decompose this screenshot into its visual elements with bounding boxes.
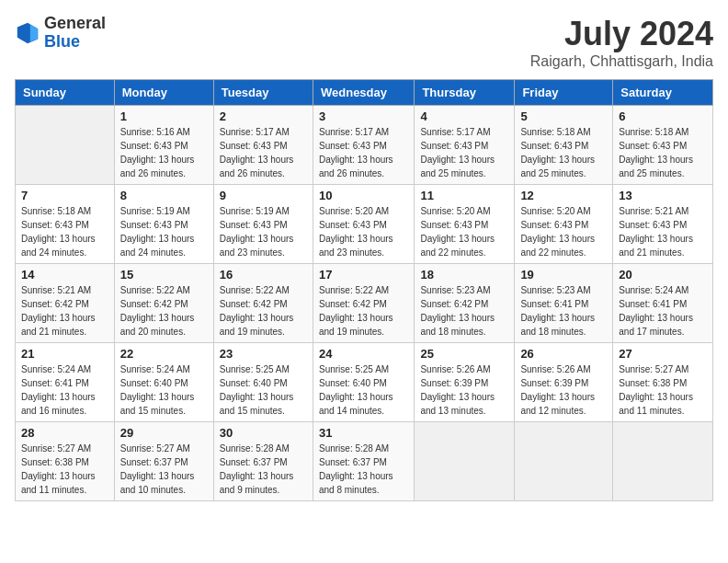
day-number: 6	[619, 109, 707, 123]
day-number: 30	[220, 426, 307, 440]
logo: General Blue	[15, 15, 106, 52]
day-number: 5	[520, 109, 607, 123]
day-number: 28	[21, 426, 108, 440]
day-number: 4	[420, 109, 508, 123]
column-header-tuesday: Tuesday	[213, 80, 313, 106]
logo-icon	[15, 20, 40, 46]
calendar-cell	[613, 422, 713, 501]
day-info: Sunrise: 5:22 AM Sunset: 6:42 PM Dayligh…	[220, 283, 307, 339]
calendar-cell: 23 Sunrise: 5:25 AM Sunset: 6:40 PM Dayl…	[213, 343, 313, 422]
day-number: 9	[220, 189, 307, 202]
calendar-cell: 15 Sunrise: 5:22 AM Sunset: 6:42 PM Dayl…	[114, 264, 213, 343]
day-info: Sunrise: 5:18 AM Sunset: 6:43 PM Dayligh…	[21, 204, 108, 259]
day-number: 20	[619, 268, 707, 282]
calendar-cell	[415, 422, 515, 501]
column-header-saturday: Saturday	[613, 80, 713, 106]
calendar-cell: 26 Sunrise: 5:26 AM Sunset: 6:39 PM Dayl…	[515, 343, 613, 422]
day-info: Sunrise: 5:22 AM Sunset: 6:42 PM Dayligh…	[120, 283, 208, 339]
column-header-thursday: Thursday	[415, 80, 515, 106]
day-number: 11	[420, 189, 508, 202]
svg-marker-1	[30, 24, 38, 41]
location-subtitle: Raigarh, Chhattisgarh, India	[530, 53, 713, 70]
calendar-cell: 13 Sunrise: 5:21 AM Sunset: 6:43 PM Dayl…	[613, 185, 713, 264]
day-info: Sunrise: 5:17 AM Sunset: 6:43 PM Dayligh…	[319, 125, 408, 180]
calendar-cell: 30 Sunrise: 5:28 AM Sunset: 6:37 PM Dayl…	[213, 422, 313, 501]
calendar-cell: 21 Sunrise: 5:24 AM Sunset: 6:41 PM Dayl…	[16, 343, 115, 422]
calendar-cell: 6 Sunrise: 5:18 AM Sunset: 6:43 PM Dayli…	[613, 106, 713, 185]
calendar-cell: 1 Sunrise: 5:16 AM Sunset: 6:43 PM Dayli…	[114, 106, 213, 185]
calendar-cell: 2 Sunrise: 5:17 AM Sunset: 6:43 PM Dayli…	[213, 106, 313, 185]
day-number: 22	[120, 347, 208, 361]
day-number: 27	[619, 347, 707, 361]
day-number: 14	[21, 268, 108, 282]
day-info: Sunrise: 5:19 AM Sunset: 6:43 PM Dayligh…	[120, 204, 208, 259]
calendar-cell: 12 Sunrise: 5:20 AM Sunset: 6:43 PM Dayl…	[515, 185, 613, 264]
day-info: Sunrise: 5:23 AM Sunset: 6:42 PM Dayligh…	[420, 283, 508, 339]
month-year-title: July 2024	[530, 15, 713, 53]
day-number: 21	[21, 347, 108, 361]
day-info: Sunrise: 5:20 AM Sunset: 6:43 PM Dayligh…	[520, 204, 607, 259]
calendar-cell: 14 Sunrise: 5:21 AM Sunset: 6:42 PM Dayl…	[16, 264, 115, 343]
day-number: 31	[319, 426, 408, 440]
calendar-cell: 18 Sunrise: 5:23 AM Sunset: 6:42 PM Dayl…	[415, 264, 515, 343]
column-header-monday: Monday	[114, 80, 213, 106]
day-number: 2	[220, 109, 307, 123]
calendar-cell: 10 Sunrise: 5:20 AM Sunset: 6:43 PM Dayl…	[313, 185, 414, 264]
logo-blue: Blue	[44, 33, 106, 52]
day-number: 1	[120, 109, 208, 123]
calendar-cell	[16, 106, 115, 185]
calendar-cell: 17 Sunrise: 5:22 AM Sunset: 6:42 PM Dayl…	[313, 264, 414, 343]
day-number: 19	[520, 268, 607, 282]
day-info: Sunrise: 5:28 AM Sunset: 6:37 PM Dayligh…	[319, 442, 408, 497]
calendar-table: SundayMondayTuesdayWednesdayThursdayFrid…	[15, 79, 713, 501]
page-header: General Blue July 2024 Raigarh, Chhattis…	[15, 15, 713, 70]
calendar-cell: 16 Sunrise: 5:22 AM Sunset: 6:42 PM Dayl…	[213, 264, 313, 343]
calendar-cell: 11 Sunrise: 5:20 AM Sunset: 6:43 PM Dayl…	[415, 185, 515, 264]
calendar-header-row: SundayMondayTuesdayWednesdayThursdayFrid…	[16, 80, 713, 106]
day-info: Sunrise: 5:20 AM Sunset: 6:43 PM Dayligh…	[319, 204, 408, 259]
calendar-week-row: 7 Sunrise: 5:18 AM Sunset: 6:43 PM Dayli…	[16, 185, 713, 264]
column-header-wednesday: Wednesday	[313, 80, 414, 106]
calendar-cell: 28 Sunrise: 5:27 AM Sunset: 6:38 PM Dayl…	[16, 422, 115, 501]
day-info: Sunrise: 5:24 AM Sunset: 6:41 PM Dayligh…	[619, 283, 707, 339]
day-number: 16	[220, 268, 307, 282]
day-info: Sunrise: 5:26 AM Sunset: 6:39 PM Dayligh…	[520, 362, 607, 418]
calendar-cell: 25 Sunrise: 5:26 AM Sunset: 6:39 PM Dayl…	[415, 343, 515, 422]
day-number: 18	[420, 268, 508, 282]
day-info: Sunrise: 5:26 AM Sunset: 6:39 PM Dayligh…	[420, 362, 508, 418]
day-info: Sunrise: 5:21 AM Sunset: 6:43 PM Dayligh…	[619, 204, 707, 259]
logo-general: General	[44, 15, 106, 33]
column-header-friday: Friday	[515, 80, 613, 106]
day-info: Sunrise: 5:24 AM Sunset: 6:41 PM Dayligh…	[21, 362, 108, 418]
day-info: Sunrise: 5:24 AM Sunset: 6:40 PM Dayligh…	[120, 362, 208, 418]
calendar-cell: 9 Sunrise: 5:19 AM Sunset: 6:43 PM Dayli…	[213, 185, 313, 264]
calendar-week-row: 1 Sunrise: 5:16 AM Sunset: 6:43 PM Dayli…	[16, 106, 713, 185]
calendar-cell: 8 Sunrise: 5:19 AM Sunset: 6:43 PM Dayli…	[114, 185, 213, 264]
calendar-cell: 19 Sunrise: 5:23 AM Sunset: 6:41 PM Dayl…	[515, 264, 613, 343]
calendar-week-row: 28 Sunrise: 5:27 AM Sunset: 6:38 PM Dayl…	[16, 422, 713, 501]
calendar-cell: 24 Sunrise: 5:25 AM Sunset: 6:40 PM Dayl…	[313, 343, 414, 422]
calendar-cell: 4 Sunrise: 5:17 AM Sunset: 6:43 PM Dayli…	[415, 106, 515, 185]
day-number: 15	[120, 268, 208, 282]
day-number: 29	[120, 426, 208, 440]
calendar-cell: 20 Sunrise: 5:24 AM Sunset: 6:41 PM Dayl…	[613, 264, 713, 343]
day-info: Sunrise: 5:25 AM Sunset: 6:40 PM Dayligh…	[319, 362, 408, 418]
day-info: Sunrise: 5:25 AM Sunset: 6:40 PM Dayligh…	[220, 362, 307, 418]
day-number: 26	[520, 347, 607, 361]
day-number: 13	[619, 189, 707, 202]
day-number: 23	[220, 347, 307, 361]
calendar-cell: 5 Sunrise: 5:18 AM Sunset: 6:43 PM Dayli…	[515, 106, 613, 185]
day-info: Sunrise: 5:23 AM Sunset: 6:41 PM Dayligh…	[520, 283, 607, 339]
day-info: Sunrise: 5:20 AM Sunset: 6:43 PM Dayligh…	[420, 204, 508, 259]
day-number: 10	[319, 189, 408, 202]
calendar-cell: 7 Sunrise: 5:18 AM Sunset: 6:43 PM Dayli…	[16, 185, 115, 264]
day-info: Sunrise: 5:27 AM Sunset: 6:38 PM Dayligh…	[21, 442, 108, 497]
day-info: Sunrise: 5:19 AM Sunset: 6:43 PM Dayligh…	[220, 204, 307, 259]
day-number: 7	[21, 189, 108, 202]
day-info: Sunrise: 5:21 AM Sunset: 6:42 PM Dayligh…	[21, 283, 108, 339]
column-header-sunday: Sunday	[16, 80, 115, 106]
day-number: 24	[319, 347, 408, 361]
day-info: Sunrise: 5:18 AM Sunset: 6:43 PM Dayligh…	[520, 125, 607, 180]
calendar-week-row: 21 Sunrise: 5:24 AM Sunset: 6:41 PM Dayl…	[16, 343, 713, 422]
day-info: Sunrise: 5:16 AM Sunset: 6:43 PM Dayligh…	[120, 125, 208, 180]
